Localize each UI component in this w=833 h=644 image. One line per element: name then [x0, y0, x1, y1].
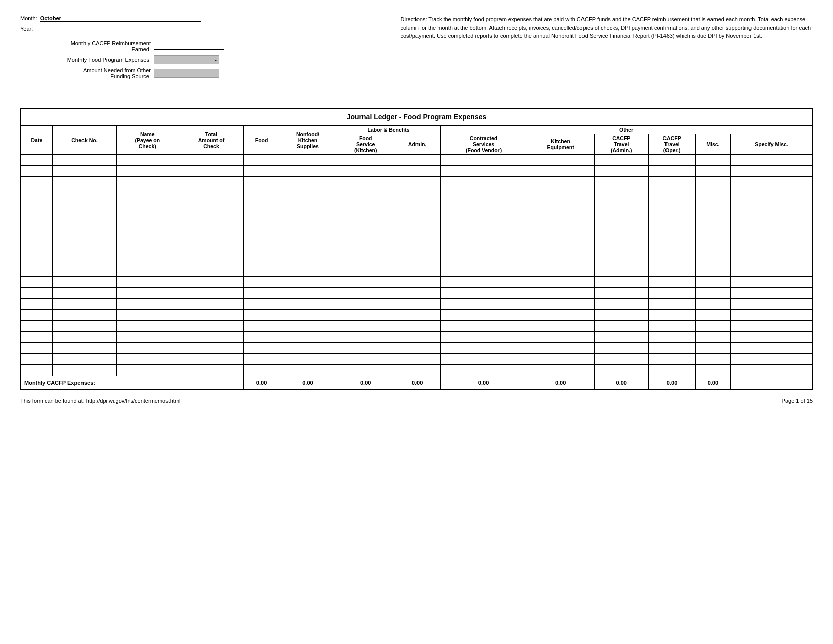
- table-cell[interactable]: [244, 199, 279, 210]
- table-cell[interactable]: [441, 299, 527, 310]
- table-cell[interactable]: [179, 221, 244, 232]
- table-cell[interactable]: [731, 354, 812, 365]
- table-row[interactable]: [21, 155, 812, 166]
- table-cell[interactable]: [595, 155, 649, 166]
- table-cell[interactable]: [52, 277, 116, 288]
- table-cell[interactable]: [731, 254, 812, 265]
- table-cell[interactable]: [244, 321, 279, 332]
- table-cell[interactable]: [731, 321, 812, 332]
- table-cell[interactable]: [441, 265, 527, 277]
- table-cell[interactable]: [279, 310, 337, 321]
- table-cell[interactable]: [731, 288, 812, 299]
- table-cell[interactable]: [394, 321, 441, 332]
- table-cell[interactable]: [731, 310, 812, 321]
- table-cell[interactable]: [441, 188, 527, 199]
- table-cell[interactable]: [52, 332, 116, 343]
- table-cell[interactable]: [648, 365, 695, 376]
- table-cell[interactable]: [244, 221, 279, 232]
- table-cell[interactable]: [441, 221, 527, 232]
- table-cell[interactable]: [21, 254, 53, 265]
- table-cell[interactable]: [731, 155, 812, 166]
- table-cell[interactable]: [527, 155, 595, 166]
- table-cell[interactable]: [117, 277, 179, 288]
- table-cell[interactable]: [337, 299, 394, 310]
- table-cell[interactable]: [337, 221, 394, 232]
- table-cell[interactable]: [648, 232, 695, 243]
- table-cell[interactable]: [441, 199, 527, 210]
- table-cell[interactable]: [695, 310, 731, 321]
- table-cell[interactable]: [279, 188, 337, 199]
- table-cell[interactable]: [527, 265, 595, 277]
- table-cell[interactable]: [117, 288, 179, 299]
- table-cell[interactable]: [279, 277, 337, 288]
- table-cell[interactable]: [595, 177, 649, 188]
- table-cell[interactable]: [279, 221, 337, 232]
- table-cell[interactable]: [52, 177, 116, 188]
- table-cell[interactable]: [21, 221, 53, 232]
- table-cell[interactable]: [394, 199, 441, 210]
- table-cell[interactable]: [441, 354, 527, 365]
- table-cell[interactable]: [117, 243, 179, 254]
- table-cell[interactable]: [595, 188, 649, 199]
- table-cell[interactable]: [394, 177, 441, 188]
- table-cell[interactable]: [527, 310, 595, 321]
- table-cell[interactable]: [394, 243, 441, 254]
- table-cell[interactable]: [117, 332, 179, 343]
- table-cell[interactable]: [179, 232, 244, 243]
- table-cell[interactable]: [279, 299, 337, 310]
- table-cell[interactable]: [441, 232, 527, 243]
- table-cell[interactable]: [731, 332, 812, 343]
- table-cell[interactable]: [595, 354, 649, 365]
- table-cell[interactable]: [244, 365, 279, 376]
- table-cell[interactable]: [648, 321, 695, 332]
- table-cell[interactable]: [244, 177, 279, 188]
- table-cell[interactable]: [595, 310, 649, 321]
- table-cell[interactable]: [337, 254, 394, 265]
- table-cell[interactable]: [179, 299, 244, 310]
- table-cell[interactable]: [394, 221, 441, 232]
- table-cell[interactable]: [695, 232, 731, 243]
- table-cell[interactable]: [648, 299, 695, 310]
- table-cell[interactable]: [731, 232, 812, 243]
- table-cell[interactable]: [695, 199, 731, 210]
- table-cell[interactable]: [179, 365, 244, 376]
- month-input[interactable]: [40, 15, 201, 22]
- table-cell[interactable]: [117, 210, 179, 221]
- table-cell[interactable]: [179, 199, 244, 210]
- table-row[interactable]: [21, 365, 812, 376]
- table-cell[interactable]: [117, 221, 179, 232]
- table-cell[interactable]: [527, 343, 595, 354]
- table-cell[interactable]: [279, 199, 337, 210]
- table-cell[interactable]: [179, 321, 244, 332]
- table-cell[interactable]: [527, 299, 595, 310]
- year-input[interactable]: [36, 26, 197, 32]
- table-cell[interactable]: [117, 188, 179, 199]
- table-cell[interactable]: [648, 166, 695, 177]
- table-cell[interactable]: [695, 332, 731, 343]
- table-row[interactable]: [21, 221, 812, 232]
- table-cell[interactable]: [441, 310, 527, 321]
- table-cell[interactable]: [441, 332, 527, 343]
- table-cell[interactable]: [279, 288, 337, 299]
- table-cell[interactable]: [279, 343, 337, 354]
- table-cell[interactable]: [731, 221, 812, 232]
- table-cell[interactable]: [279, 354, 337, 365]
- table-cell[interactable]: [21, 277, 53, 288]
- table-cell[interactable]: [695, 288, 731, 299]
- table-row[interactable]: [21, 177, 812, 188]
- table-cell[interactable]: [695, 188, 731, 199]
- table-row[interactable]: [21, 232, 812, 243]
- table-cell[interactable]: [695, 265, 731, 277]
- table-row[interactable]: [21, 243, 812, 254]
- table-cell[interactable]: [21, 166, 53, 177]
- table-cell[interactable]: [337, 310, 394, 321]
- table-cell[interactable]: [117, 265, 179, 277]
- table-cell[interactable]: [527, 277, 595, 288]
- table-cell[interactable]: [394, 343, 441, 354]
- table-row[interactable]: [21, 288, 812, 299]
- table-cell[interactable]: [52, 343, 116, 354]
- table-cell[interactable]: [179, 155, 244, 166]
- table-cell[interactable]: [52, 288, 116, 299]
- table-cell[interactable]: [337, 332, 394, 343]
- table-cell[interactable]: [21, 199, 53, 210]
